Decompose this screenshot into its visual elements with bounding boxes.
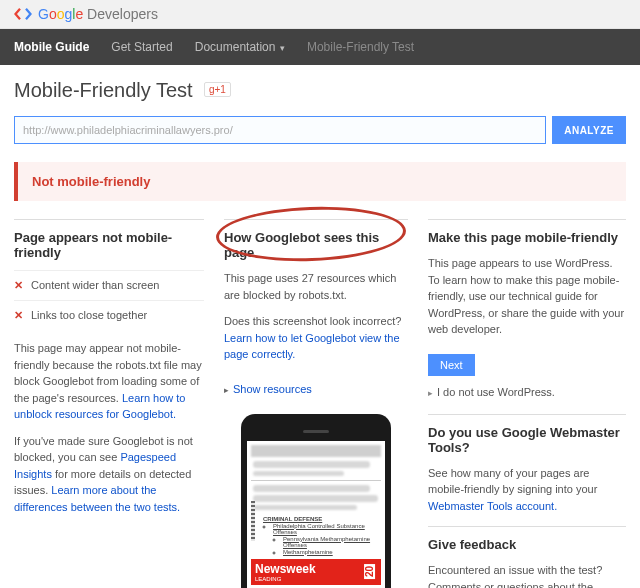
pagespeed-note: If you've made sure Googlebot is not blo… [14,433,204,516]
logo-text: Google Developers [38,6,158,22]
page-title: Mobile-Friendly Test [14,79,193,102]
blocked-resources-msg: This page uses 27 resources which are bl… [224,270,408,303]
issue-label: Links too close together [31,309,147,322]
issue-item: ✕ Content wider than screen [14,270,204,300]
robots-note: This page may appear not mobile-friendly… [14,340,204,423]
analyze-form: ANALYZE [14,116,626,144]
nav-mobile-friendly-test[interactable]: Mobile-Friendly Test [307,40,414,54]
status-banner: Not mobile-friendly [14,162,626,201]
webmaster-heading: Do you use Google Webmaster Tools? [428,414,626,455]
show-resources-toggle[interactable]: ▸Show resources [224,383,312,395]
chevron-down-icon: ▾ [277,43,285,53]
newsweek-badge: NewsweekLEADING 20 [251,559,381,585]
top-header: Google Developers [0,0,640,29]
webmaster-note: See how many of your pages are mobile-fr… [428,465,626,515]
next-button[interactable]: Next [428,354,475,376]
phone-screen: CRIMINAL DEFENSE Philadelphia Controlled… [247,441,385,589]
caret-right-icon: ▸ [224,385,229,395]
screenshot-incorrect-note: Does this screenshot look incorrect? Lea… [224,313,408,363]
url-input[interactable] [14,116,546,144]
google-plus-button[interactable]: g+1 [204,82,231,97]
issues-heading: Page appears not mobile-friendly [14,219,204,260]
nav-documentation[interactable]: Documentation ▾ [195,40,285,54]
phone-preview: CRIMINAL DEFENSE Philadelphia Controlled… [241,414,391,589]
wordpress-note: This page appears to use WordPress. To l… [428,255,626,338]
preview-heading: How Googlebot sees this page [224,219,408,260]
issue-item: ✕ Links too close together [14,300,204,330]
nav-get-started[interactable]: Get Started [111,40,172,54]
webmaster-link[interactable]: Webmaster Tools account. [428,500,557,512]
actions-column: Make this page mobile-friendly This page… [428,219,626,588]
phone-speaker [303,430,329,433]
issue-label: Content wider than screen [31,279,159,292]
caret-right-icon: ▸ [428,388,433,398]
feedback-note: Encountered an issue with the test? Comm… [428,562,626,588]
logo-icon [14,7,32,21]
logo[interactable]: Google Developers [14,6,158,22]
feedback-heading: Give feedback [428,526,626,552]
not-wordpress-toggle[interactable]: ▸I do not use WordPress. [428,386,626,398]
view-correctly-link[interactable]: Learn how to let Googlebot view the page… [224,332,400,361]
issues-column: Page appears not mobile-friendly ✕ Conte… [14,219,204,588]
nav-mobile-guide[interactable]: Mobile Guide [14,40,89,54]
x-icon: ✕ [14,279,23,292]
x-icon: ✕ [14,309,23,322]
primary-nav: Mobile Guide Get Started Documentation ▾… [0,29,640,65]
make-friendly-heading: Make this page mobile-friendly [428,219,626,245]
analyze-button[interactable]: ANALYZE [552,116,626,144]
preview-column: How Googlebot sees this page This page u… [224,219,408,588]
